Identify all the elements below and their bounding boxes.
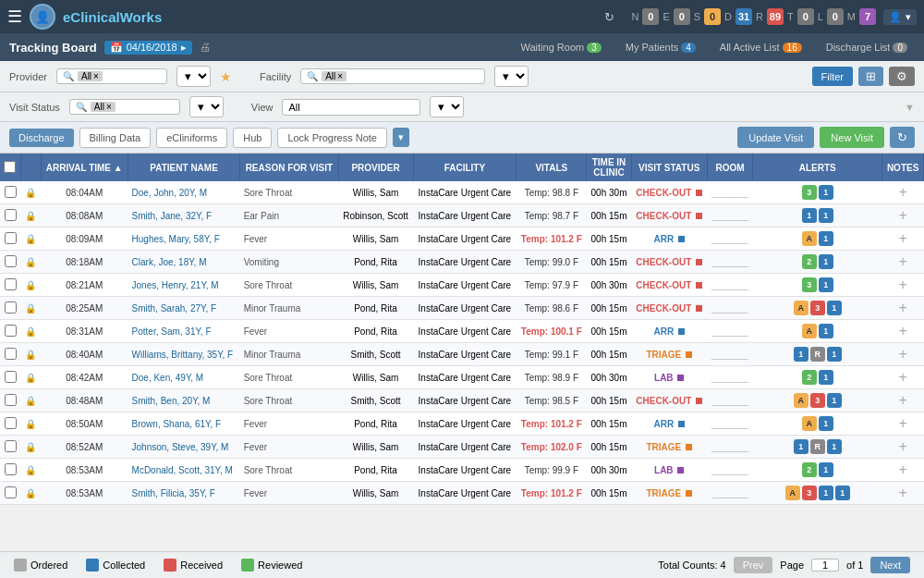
row-checkbox[interactable] [5, 278, 17, 290]
add-note-icon[interactable]: + [898, 415, 906, 431]
alert-badge[interactable]: 3 [810, 393, 825, 408]
col-notes[interactable]: NOTES [882, 154, 924, 181]
ecliniform-button[interactable]: eCliniforms [156, 128, 227, 148]
next-button[interactable]: Next [870, 557, 910, 573]
alert-badge[interactable]: 1 [819, 254, 833, 269]
alert-badge[interactable]: A [794, 393, 808, 408]
row-checkbox[interactable] [5, 440, 17, 452]
facility-clear[interactable]: × [337, 71, 343, 81]
col-status[interactable]: VISIT STATUS [631, 154, 707, 181]
view-toggle-button[interactable]: ⊞ [858, 67, 883, 86]
alert-badge[interactable]: 1 [827, 393, 842, 408]
provider-clear[interactable]: × [93, 71, 99, 81]
alert-badge[interactable]: A [802, 416, 817, 431]
row-checkbox-cell[interactable] [0, 412, 20, 436]
alert-badge[interactable]: A [802, 231, 817, 246]
row-checkbox-cell[interactable] [0, 297, 20, 320]
row-checkbox-cell[interactable] [0, 459, 20, 482]
row-checkbox[interactable] [5, 186, 17, 198]
add-note-icon[interactable]: + [898, 369, 906, 385]
lock-progress-button[interactable]: Lock Progress Note [277, 128, 387, 148]
row-checkbox[interactable] [5, 255, 17, 267]
row-checkbox-cell[interactable] [0, 482, 20, 505]
date-badge[interactable]: 📅 04/16/2018 ▸ [104, 41, 192, 55]
patient-name[interactable]: Potter, Sam, 31Y, F [128, 320, 240, 343]
alert-badge[interactable]: 1 [819, 185, 833, 200]
row-checkbox-cell[interactable] [0, 366, 20, 389]
row-checkbox[interactable] [5, 486, 17, 498]
tab-all-active-list[interactable]: All Active List 16 [712, 40, 809, 55]
notes-cell[interactable]: + [882, 204, 924, 228]
avatar[interactable]: 👤 [30, 4, 55, 30]
patient-name[interactable]: Smith, Jane, 32Y, F [128, 204, 240, 228]
alert-badge[interactable]: 1 [819, 370, 833, 385]
patient-name[interactable]: Doe, John, 20Y, M [128, 181, 240, 204]
add-note-icon[interactable]: + [898, 392, 906, 408]
patient-name[interactable]: Johnson, Steve, 39Y, M [128, 436, 240, 459]
alert-badge[interactable]: A [802, 324, 817, 338]
provider-input[interactable]: 🔍 All × [56, 68, 167, 84]
row-checkbox-cell[interactable] [0, 204, 20, 228]
patient-name[interactable]: Smith, Filicia, 35Y, F [128, 482, 240, 505]
notes-cell[interactable]: + [882, 297, 924, 320]
add-note-icon[interactable]: + [898, 438, 906, 454]
alert-badge[interactable]: 1 [794, 347, 808, 362]
col-check[interactable] [0, 154, 20, 181]
update-visit-button[interactable]: Update Visit [737, 127, 814, 148]
provider-dropdown[interactable]: ▾ [176, 66, 211, 87]
alert-badge[interactable]: 1 [827, 347, 842, 362]
select-all-checkbox[interactable] [4, 161, 16, 173]
alert-badge[interactable]: 1 [819, 462, 833, 477]
col-time[interactable]: TIME INCLINIC [587, 154, 631, 181]
page-number-input[interactable] [811, 559, 839, 572]
col-room[interactable]: ROOM [707, 154, 752, 181]
col-alerts[interactable]: ALERTS [753, 154, 882, 181]
row-checkbox-cell[interactable] [0, 181, 20, 204]
add-note-icon[interactable]: + [898, 346, 906, 362]
new-visit-button[interactable]: New Visit [820, 127, 884, 148]
refresh-button[interactable]: ↻ [890, 127, 915, 148]
row-checkbox[interactable] [5, 394, 17, 406]
add-note-icon[interactable]: + [898, 207, 906, 223]
prev-button[interactable]: Prev [734, 557, 773, 573]
col-vitals[interactable]: VITALS [517, 154, 587, 181]
more-actions-button[interactable]: ▾ [393, 128, 409, 147]
add-note-icon[interactable]: + [898, 300, 906, 315]
alert-badge[interactable]: 2 [802, 254, 817, 269]
notes-cell[interactable]: + [882, 482, 924, 505]
row-checkbox-cell[interactable] [0, 320, 20, 343]
notes-cell[interactable]: + [882, 436, 924, 459]
patient-name[interactable]: Williams, Brittany, 35Y, F [128, 343, 240, 366]
col-arrival[interactable]: ARRIVAL TIME ▲ [41, 154, 128, 181]
row-checkbox[interactable] [5, 232, 17, 244]
patient-name[interactable]: Doe, Ken, 49Y, M [128, 366, 240, 389]
row-checkbox[interactable] [5, 348, 17, 360]
alert-badge[interactable]: R [810, 347, 825, 362]
user-widget[interactable]: 👤 ▾ [883, 9, 917, 25]
row-checkbox-cell[interactable] [0, 251, 20, 274]
alert-badge[interactable]: 1 [827, 439, 842, 454]
col-reason[interactable]: REASON FOR VISIT [240, 154, 338, 181]
facility-dropdown[interactable]: ▾ [494, 66, 529, 87]
alert-badge[interactable]: 1 [827, 301, 842, 315]
add-note-icon[interactable]: + [898, 485, 906, 500]
notes-cell[interactable]: + [882, 274, 924, 297]
row-checkbox[interactable] [5, 463, 17, 475]
alert-badge[interactable]: 1 [819, 324, 833, 338]
patient-name[interactable]: Hughes, Mary, 58Y, F [128, 228, 240, 251]
alert-badge[interactable]: 1 [802, 208, 817, 223]
filter-button[interactable]: Filter [812, 67, 853, 86]
col-patient[interactable]: PATIENT NAME [128, 154, 240, 181]
tab-discharge-list[interactable]: Discharge List 0 [819, 40, 915, 55]
notes-cell[interactable]: + [882, 366, 924, 389]
alert-badge[interactable]: 1 [794, 439, 808, 454]
add-note-icon[interactable]: + [898, 253, 906, 269]
tab-waiting-room[interactable]: Waiting Room 3 [514, 40, 609, 55]
alert-badge[interactable]: 1 [819, 277, 833, 292]
alert-badge[interactable]: 2 [802, 370, 817, 385]
alert-badge[interactable]: A [794, 301, 808, 315]
notes-cell[interactable]: + [882, 389, 924, 412]
col-provider[interactable]: PROVIDER [338, 154, 413, 181]
patient-name[interactable]: Jones, Henry, 21Y, M [128, 274, 240, 297]
visit-status-input[interactable]: 🔍 All × [69, 99, 180, 115]
